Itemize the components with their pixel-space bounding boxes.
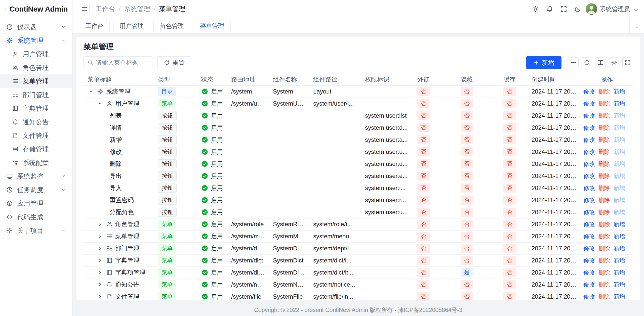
- add-link[interactable]: 新增: [614, 112, 625, 120]
- add-link[interactable]: 新增: [614, 160, 625, 168]
- list-view-button[interactable]: [568, 57, 579, 68]
- row-height-button[interactable]: [595, 57, 606, 68]
- reset-button[interactable]: 重置: [157, 56, 191, 69]
- row-expand-toggle[interactable]: [97, 221, 104, 228]
- notifications-button[interactable]: [544, 4, 555, 14]
- sidebar-item[interactable]: 关于项目: [0, 224, 72, 237]
- delete-link[interactable]: 删除: [598, 100, 610, 108]
- delete-link[interactable]: 删除: [598, 136, 610, 144]
- modify-link[interactable]: 修改: [583, 184, 595, 192]
- breadcrumb-item[interactable]: 系统管理: [124, 5, 150, 13]
- delete-link[interactable]: 删除: [598, 172, 610, 180]
- search-input[interactable]: [96, 59, 149, 66]
- sidebar-subitem[interactable]: 菜单管理: [0, 74, 72, 88]
- delete-link[interactable]: 删除: [598, 220, 610, 228]
- row-expand-toggle[interactable]: [97, 269, 104, 276]
- sidebar-item[interactable]: 系统监控: [0, 169, 72, 183]
- modify-link[interactable]: 修改: [583, 293, 595, 301]
- add-link[interactable]: 新增: [614, 220, 625, 228]
- add-link[interactable]: 新增: [614, 293, 625, 301]
- row-expand-toggle[interactable]: [88, 88, 95, 95]
- delete-link[interactable]: 删除: [598, 269, 610, 277]
- add-link[interactable]: 新增: [614, 100, 625, 108]
- column-settings-button[interactable]: [609, 57, 619, 68]
- row-expand-toggle[interactable]: [97, 233, 104, 240]
- row-expand-toggle[interactable]: [97, 281, 104, 288]
- modify-link[interactable]: 修改: [583, 100, 595, 108]
- modify-link[interactable]: 修改: [583, 136, 595, 144]
- row-expand-toggle[interactable]: [97, 257, 104, 264]
- add-link[interactable]: 新增: [614, 281, 625, 289]
- modify-link[interactable]: 修改: [583, 281, 595, 289]
- add-link[interactable]: 新增: [614, 136, 625, 144]
- delete-link[interactable]: 删除: [598, 160, 610, 168]
- sidebar-item[interactable]: 仪表盘: [0, 20, 72, 34]
- add-link[interactable]: 新增: [614, 172, 625, 180]
- delete-link[interactable]: 删除: [598, 196, 610, 204]
- add-link[interactable]: 新增: [614, 148, 625, 156]
- sidebar-item[interactable]: 任务调度: [0, 183, 72, 197]
- modify-link[interactable]: 修改: [583, 208, 595, 216]
- delete-link[interactable]: 删除: [598, 245, 610, 252]
- fullscreen-button[interactable]: [558, 4, 569, 14]
- add-link[interactable]: 新增: [614, 124, 625, 132]
- add-link[interactable]: 新增: [614, 257, 625, 264]
- dark-mode-button[interactable]: [573, 4, 583, 14]
- sidebar-collapse-button[interactable]: [79, 4, 90, 14]
- delete-link[interactable]: 删除: [598, 184, 610, 192]
- tab-item[interactable]: 用户管理: [113, 21, 150, 31]
- sidebar-subitem[interactable]: 文件管理: [0, 129, 72, 142]
- modify-link[interactable]: 修改: [583, 124, 595, 132]
- modify-link[interactable]: 修改: [583, 88, 595, 96]
- sidebar-subitem[interactable]: 通知公告: [0, 115, 72, 129]
- delete-link[interactable]: 删除: [598, 293, 610, 301]
- sidebar-subitem[interactable]: 存储管理: [0, 142, 72, 156]
- add-link[interactable]: 新增: [614, 88, 625, 96]
- sidebar-subitem[interactable]: 系统配置: [0, 156, 72, 169]
- tab-item[interactable]: 角色管理: [153, 21, 190, 31]
- modify-link[interactable]: 修改: [583, 160, 595, 168]
- sidebar-subitem[interactable]: 角色管理: [0, 61, 72, 74]
- add-link[interactable]: 新增: [614, 245, 625, 252]
- tabs-more-button[interactable]: [629, 18, 644, 33]
- row-expand-toggle[interactable]: [97, 293, 104, 300]
- delete-link[interactable]: 删除: [598, 88, 610, 96]
- table-fullscreen-button[interactable]: [622, 57, 633, 68]
- row-expand-toggle[interactable]: [97, 245, 104, 252]
- delete-link[interactable]: 删除: [598, 112, 610, 120]
- table-refresh-button[interactable]: [582, 57, 592, 68]
- add-button[interactable]: 新增: [526, 56, 561, 69]
- modify-link[interactable]: 修改: [583, 148, 595, 156]
- modify-link[interactable]: 修改: [583, 245, 595, 252]
- modify-link[interactable]: 修改: [583, 196, 595, 204]
- settings-button[interactable]: [530, 4, 541, 14]
- breadcrumb-item[interactable]: 菜单管理: [159, 5, 185, 13]
- user-menu[interactable]: 系统管理员: [586, 3, 637, 15]
- modify-link[interactable]: 修改: [583, 112, 595, 120]
- sidebar-item[interactable]: 系统管理: [0, 34, 72, 47]
- add-link[interactable]: 新增: [614, 269, 625, 277]
- breadcrumb-item[interactable]: 工作台: [96, 5, 115, 13]
- delete-link[interactable]: 删除: [598, 208, 610, 216]
- delete-link[interactable]: 删除: [598, 281, 610, 289]
- modify-link[interactable]: 修改: [583, 257, 595, 264]
- row-expand-toggle[interactable]: [97, 100, 104, 107]
- delete-link[interactable]: 删除: [598, 148, 610, 156]
- delete-link[interactable]: 删除: [598, 257, 610, 264]
- sidebar-item[interactable]: 应用管理: [0, 197, 72, 210]
- tab-item[interactable]: 工作台: [79, 21, 110, 31]
- modify-link[interactable]: 修改: [583, 233, 595, 240]
- sidebar-subitem[interactable]: 字典管理: [0, 102, 72, 115]
- delete-link[interactable]: 删除: [598, 233, 610, 240]
- sidebar-subitem[interactable]: 部门管理: [0, 88, 72, 102]
- add-link[interactable]: 新增: [614, 196, 625, 204]
- sidebar-item[interactable]: 代码生成: [0, 210, 72, 224]
- add-link[interactable]: 新增: [614, 184, 625, 192]
- modify-link[interactable]: 修改: [583, 220, 595, 228]
- add-link[interactable]: 新增: [614, 233, 625, 240]
- tab-active[interactable]: 菜单管理: [194, 21, 230, 31]
- modify-link[interactable]: 修改: [583, 269, 595, 277]
- delete-link[interactable]: 删除: [598, 124, 610, 132]
- sidebar-subitem[interactable]: 用户管理: [0, 47, 72, 61]
- add-link[interactable]: 新增: [614, 208, 625, 216]
